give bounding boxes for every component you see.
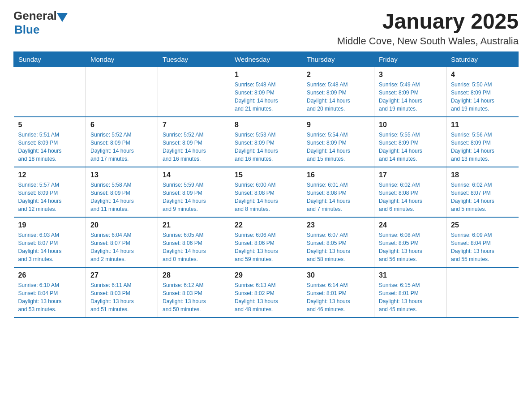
- day-info: Sunrise: 6:02 AMSunset: 8:07 PMDaylight:…: [451, 181, 514, 213]
- calendar-day-15: 15Sunrise: 6:00 AMSunset: 8:08 PMDayligh…: [230, 167, 302, 217]
- day-number: 22: [235, 221, 297, 229]
- day-number: 15: [235, 171, 297, 179]
- calendar-day-22: 22Sunrise: 6:06 AMSunset: 8:06 PMDayligh…: [230, 217, 302, 267]
- calendar-table: SundayMondayTuesdayWednesdayThursdayFrid…: [13, 51, 519, 318]
- day-info: Sunrise: 6:10 AMSunset: 8:04 PMDaylight:…: [18, 281, 82, 313]
- day-info: Sunrise: 6:05 AMSunset: 8:06 PMDaylight:…: [163, 231, 225, 263]
- calendar-day-3: 3Sunrise: 5:49 AMSunset: 8:09 PMDaylight…: [374, 67, 446, 117]
- calendar-empty-cell: [158, 67, 230, 117]
- calendar-day-8: 8Sunrise: 5:53 AMSunset: 8:09 PMDaylight…: [230, 117, 302, 167]
- calendar-day-10: 10Sunrise: 5:55 AMSunset: 8:09 PMDayligh…: [374, 117, 446, 167]
- day-number: 2: [307, 71, 369, 79]
- day-number: 25: [451, 221, 514, 229]
- weekday-header-tuesday: Tuesday: [158, 52, 230, 67]
- logo-triangle-icon: [57, 13, 68, 22]
- day-info: Sunrise: 6:01 AMSunset: 8:08 PMDaylight:…: [307, 181, 369, 213]
- calendar-day-29: 29Sunrise: 6:13 AMSunset: 8:02 PMDayligh…: [230, 267, 302, 317]
- calendar-day-21: 21Sunrise: 6:05 AMSunset: 8:06 PMDayligh…: [158, 217, 230, 267]
- calendar-day-11: 11Sunrise: 5:56 AMSunset: 8:09 PMDayligh…: [446, 117, 519, 167]
- calendar-week-row: 26Sunrise: 6:10 AMSunset: 8:04 PMDayligh…: [14, 267, 519, 317]
- calendar-day-25: 25Sunrise: 6:09 AMSunset: 8:04 PMDayligh…: [446, 217, 519, 267]
- weekday-header-sunday: Sunday: [14, 52, 86, 67]
- day-number: 30: [307, 271, 369, 279]
- day-info: Sunrise: 5:49 AMSunset: 8:09 PMDaylight:…: [379, 81, 442, 113]
- day-number: 14: [163, 171, 225, 179]
- day-info: Sunrise: 6:06 AMSunset: 8:06 PMDaylight:…: [235, 231, 297, 263]
- calendar-day-14: 14Sunrise: 5:59 AMSunset: 8:09 PMDayligh…: [158, 167, 230, 217]
- day-info: Sunrise: 6:00 AMSunset: 8:08 PMDaylight:…: [235, 181, 297, 213]
- day-number: 12: [18, 171, 82, 179]
- day-info: Sunrise: 5:48 AMSunset: 8:09 PMDaylight:…: [307, 81, 369, 113]
- day-info: Sunrise: 5:52 AMSunset: 8:09 PMDaylight:…: [90, 131, 153, 163]
- page-header: General Blue January 2025 Middle Cove, N…: [13, 9, 519, 47]
- day-number: 18: [451, 171, 514, 179]
- logo-general-text: General: [13, 9, 57, 23]
- calendar-week-row: 1Sunrise: 5:48 AMSunset: 8:09 PMDaylight…: [14, 67, 519, 117]
- calendar-day-28: 28Sunrise: 6:12 AMSunset: 8:03 PMDayligh…: [158, 267, 230, 317]
- calendar-day-17: 17Sunrise: 6:02 AMSunset: 8:08 PMDayligh…: [374, 167, 446, 217]
- calendar-week-row: 19Sunrise: 6:03 AMSunset: 8:07 PMDayligh…: [14, 217, 519, 267]
- day-info: Sunrise: 6:15 AMSunset: 8:01 PMDaylight:…: [379, 281, 442, 313]
- day-info: Sunrise: 6:14 AMSunset: 8:01 PMDaylight:…: [307, 281, 369, 313]
- weekday-header-monday: Monday: [86, 52, 158, 67]
- calendar-day-13: 13Sunrise: 5:58 AMSunset: 8:09 PMDayligh…: [86, 167, 158, 217]
- weekday-header-saturday: Saturday: [446, 52, 519, 67]
- calendar-day-12: 12Sunrise: 5:57 AMSunset: 8:09 PMDayligh…: [14, 167, 86, 217]
- day-number: 23: [307, 221, 369, 229]
- day-number: 1: [235, 71, 297, 79]
- weekday-header-thursday: Thursday: [302, 52, 374, 67]
- calendar-day-20: 20Sunrise: 6:04 AMSunset: 8:07 PMDayligh…: [86, 217, 158, 267]
- logo-blue-text: Blue: [14, 23, 39, 36]
- day-number: 10: [379, 121, 442, 129]
- day-info: Sunrise: 6:12 AMSunset: 8:03 PMDaylight:…: [163, 281, 225, 313]
- calendar-day-7: 7Sunrise: 5:52 AMSunset: 8:09 PMDaylight…: [158, 117, 230, 167]
- day-info: Sunrise: 5:51 AMSunset: 8:09 PMDaylight:…: [18, 131, 82, 163]
- day-info: Sunrise: 6:11 AMSunset: 8:03 PMDaylight:…: [90, 281, 153, 313]
- day-info: Sunrise: 6:07 AMSunset: 8:05 PMDaylight:…: [307, 231, 369, 263]
- day-info: Sunrise: 6:04 AMSunset: 8:07 PMDaylight:…: [90, 231, 153, 263]
- day-number: 29: [235, 271, 297, 279]
- day-number: 13: [90, 171, 153, 179]
- day-number: 3: [379, 71, 442, 79]
- day-number: 7: [163, 121, 225, 129]
- day-number: 31: [379, 271, 442, 279]
- calendar-day-26: 26Sunrise: 6:10 AMSunset: 8:04 PMDayligh…: [14, 267, 86, 317]
- calendar-title: January 2025: [337, 9, 519, 34]
- day-info: Sunrise: 5:50 AMSunset: 8:09 PMDaylight:…: [451, 81, 514, 113]
- day-info: Sunrise: 6:03 AMSunset: 8:07 PMDaylight:…: [18, 231, 82, 263]
- calendar-day-27: 27Sunrise: 6:11 AMSunset: 8:03 PMDayligh…: [86, 267, 158, 317]
- calendar-day-18: 18Sunrise: 6:02 AMSunset: 8:07 PMDayligh…: [446, 167, 519, 217]
- day-info: Sunrise: 5:57 AMSunset: 8:09 PMDaylight:…: [18, 181, 82, 213]
- day-number: 20: [90, 221, 153, 229]
- day-info: Sunrise: 6:09 AMSunset: 8:04 PMDaylight:…: [451, 231, 514, 263]
- calendar-subtitle: Middle Cove, New South Wales, Australia: [337, 35, 519, 47]
- day-info: Sunrise: 6:08 AMSunset: 8:05 PMDaylight:…: [379, 231, 442, 263]
- calendar-day-23: 23Sunrise: 6:07 AMSunset: 8:05 PMDayligh…: [302, 217, 374, 267]
- day-number: 11: [451, 121, 514, 129]
- day-info: Sunrise: 6:13 AMSunset: 8:02 PMDaylight:…: [235, 281, 297, 313]
- day-number: 8: [235, 121, 297, 129]
- day-number: 6: [90, 121, 153, 129]
- weekday-header-friday: Friday: [374, 52, 446, 67]
- day-number: 24: [379, 221, 442, 229]
- calendar-week-row: 5Sunrise: 5:51 AMSunset: 8:09 PMDaylight…: [14, 117, 519, 167]
- calendar-day-5: 5Sunrise: 5:51 AMSunset: 8:09 PMDaylight…: [14, 117, 86, 167]
- calendar-day-30: 30Sunrise: 6:14 AMSunset: 8:01 PMDayligh…: [302, 267, 374, 317]
- day-info: Sunrise: 5:54 AMSunset: 8:09 PMDaylight:…: [307, 131, 369, 163]
- day-info: Sunrise: 5:53 AMSunset: 8:09 PMDaylight:…: [235, 131, 297, 163]
- calendar-day-24: 24Sunrise: 6:08 AMSunset: 8:05 PMDayligh…: [374, 217, 446, 267]
- calendar-empty-cell: [14, 67, 86, 117]
- day-number: 17: [379, 171, 442, 179]
- calendar-day-1: 1Sunrise: 5:48 AMSunset: 8:09 PMDaylight…: [230, 67, 302, 117]
- day-info: Sunrise: 5:48 AMSunset: 8:09 PMDaylight:…: [235, 81, 297, 113]
- calendar-empty-cell: [86, 67, 158, 117]
- calendar-day-2: 2Sunrise: 5:48 AMSunset: 8:09 PMDaylight…: [302, 67, 374, 117]
- day-info: Sunrise: 5:55 AMSunset: 8:09 PMDaylight:…: [379, 131, 442, 163]
- weekday-header-wednesday: Wednesday: [230, 52, 302, 67]
- calendar-day-6: 6Sunrise: 5:52 AMSunset: 8:09 PMDaylight…: [86, 117, 158, 167]
- calendar-day-31: 31Sunrise: 6:15 AMSunset: 8:01 PMDayligh…: [374, 267, 446, 317]
- day-number: 19: [18, 221, 82, 229]
- day-info: Sunrise: 5:52 AMSunset: 8:09 PMDaylight:…: [163, 131, 225, 163]
- day-info: Sunrise: 5:56 AMSunset: 8:09 PMDaylight:…: [451, 131, 514, 163]
- calendar-week-row: 12Sunrise: 5:57 AMSunset: 8:09 PMDayligh…: [14, 167, 519, 217]
